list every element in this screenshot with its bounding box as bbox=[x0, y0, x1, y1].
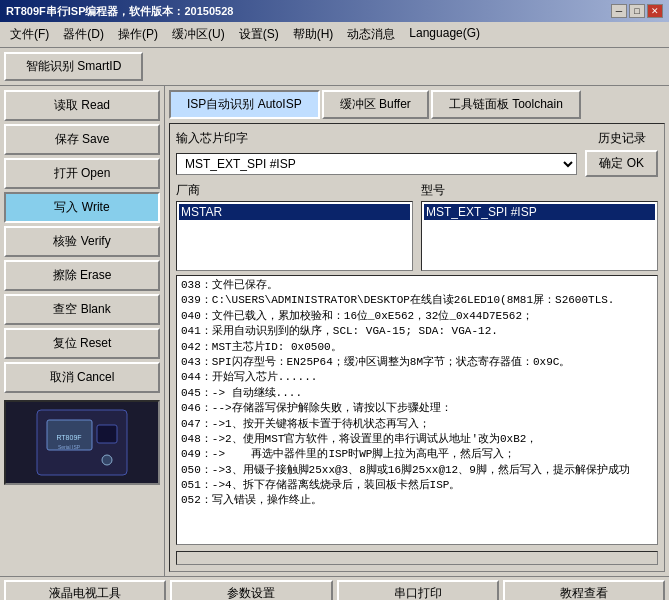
title-bar: RT809F串行ISP编程器，软件版本：20150528 ─ □ ✕ bbox=[0, 0, 669, 22]
left-panel: 读取 Read保存 Save打开 Open写入 Write核验 Verify擦除… bbox=[0, 86, 165, 576]
chip-select[interactable]: MST_EXT_SPI #ISP bbox=[176, 153, 577, 175]
side-btn-0[interactable]: 读取 Read bbox=[4, 90, 160, 121]
vendor-model-row: 厂商 MSTAR 型号 MST_EXT_SPI #ISP bbox=[176, 182, 658, 271]
vendor-box: 厂商 MSTAR bbox=[176, 182, 413, 271]
log-line: 049：-> 再选中器件里的ISP时WP脚上拉为高电平，然后写入； bbox=[181, 447, 653, 462]
chip-print-label: 输入芯片印字 bbox=[176, 130, 248, 147]
model-box: 型号 MST_EXT_SPI #ISP bbox=[421, 182, 658, 271]
history-label: 历史记录 bbox=[598, 130, 658, 147]
side-btn-8[interactable]: 取消 Cancel bbox=[4, 362, 160, 393]
log-line: 050：->3、用镊子接触脚25xx@3、8脚或16脚25xx@12、9脚，然后… bbox=[181, 463, 653, 478]
menu-item-F[interactable]: 文件(F) bbox=[4, 24, 55, 45]
log-line: 045：-> 自动继续.... bbox=[181, 386, 653, 401]
close-button[interactable]: ✕ bbox=[647, 4, 663, 18]
isp-fields: 输入芯片印字 历史记录 MST_EXT_SPI #ISP 确定 OK 厂商 bbox=[176, 130, 658, 271]
vendor-label: 厂商 bbox=[176, 182, 413, 199]
log-line: 043：SPI闪存型号：EN25P64；缓冲区调整为8M字节；状态寄存器值：0x… bbox=[181, 355, 653, 370]
vendor-item[interactable]: MSTAR bbox=[179, 204, 410, 220]
side-btn-7[interactable]: 复位 Reset bbox=[4, 328, 160, 359]
smart-id-button[interactable]: 智能识别 SmartID bbox=[4, 52, 143, 81]
tab-buffer[interactable]: 缓冲区 Buffer bbox=[322, 90, 429, 119]
model-label: 型号 bbox=[421, 182, 658, 199]
horizontal-scrollbar[interactable] bbox=[176, 551, 658, 565]
model-item[interactable]: MST_EXT_SPI #ISP bbox=[424, 204, 655, 220]
main-toolbar: 智能识别 SmartID bbox=[0, 48, 669, 86]
confirm-button[interactable]: 确定 OK bbox=[585, 150, 658, 177]
bottom-bar: 液晶电视工具参数设置串口打印教程查看 bbox=[0, 576, 669, 600]
tabs-row: ISP自动识别 AutoISP 缓冲区 Buffer 工具链面板 Toolcha… bbox=[169, 90, 665, 119]
menu-item-S[interactable]: 设置(S) bbox=[233, 24, 285, 45]
log-line: 038：文件已保存。 bbox=[181, 278, 653, 293]
tab-isp[interactable]: ISP自动识别 AutoISP bbox=[169, 90, 320, 119]
side-btn-2[interactable]: 打开 Open bbox=[4, 158, 160, 189]
title-bar-buttons: ─ □ ✕ bbox=[611, 4, 663, 18]
side-btn-6[interactable]: 查空 Blank bbox=[4, 294, 160, 325]
model-list[interactable]: MST_EXT_SPI #ISP bbox=[421, 201, 658, 271]
right-panel: ISP自动识别 AutoISP 缓冲区 Buffer 工具链面板 Toolcha… bbox=[165, 86, 669, 576]
svg-text:RT809F: RT809F bbox=[56, 434, 81, 441]
svg-rect-4 bbox=[97, 425, 117, 443]
isp-content: 输入芯片印字 历史记录 MST_EXT_SPI #ISP 确定 OK 厂商 bbox=[169, 123, 665, 572]
log-line: 052：写入错误，操作终止。 bbox=[181, 493, 653, 508]
log-line: 048：->2、使用MST官方软件，将设置里的串行调试从地址'改为0xB2， bbox=[181, 432, 653, 447]
bottom-btn-2[interactable]: 串口打印 bbox=[337, 580, 499, 600]
bottom-btn-3[interactable]: 教程查看 bbox=[503, 580, 665, 600]
chip-input-row: MST_EXT_SPI #ISP 确定 OK bbox=[176, 150, 658, 177]
vendor-list[interactable]: MSTAR bbox=[176, 201, 413, 271]
chip-label-row: 输入芯片印字 历史记录 bbox=[176, 130, 658, 147]
maximize-button[interactable]: □ bbox=[629, 4, 645, 18]
bottom-btn-0[interactable]: 液晶电视工具 bbox=[4, 580, 166, 600]
menu-item-[interactable]: 动态消息 bbox=[341, 24, 401, 45]
menu-item-LanguageG[interactable]: Language(G) bbox=[403, 24, 486, 45]
side-btn-3[interactable]: 写入 Write bbox=[4, 192, 160, 223]
log-line: 039：C:\USERS\ADMINISTRATOR\DESKTOP在线自读26… bbox=[181, 293, 653, 308]
log-line: 047：->1、按开关键将板卡置于待机状态再写入； bbox=[181, 417, 653, 432]
svg-point-5 bbox=[102, 455, 112, 465]
menu-bar: 文件(F)器件(D)操作(P)缓冲区(U)设置(S)帮助(H)动态消息Langu… bbox=[0, 22, 669, 48]
side-btn-5[interactable]: 擦除 Erase bbox=[4, 260, 160, 291]
log-line: 046：-->存储器写保护解除失败，请按以下步骤处理： bbox=[181, 401, 653, 416]
menu-item-P[interactable]: 操作(P) bbox=[112, 24, 164, 45]
bottom-btn-1[interactable]: 参数设置 bbox=[170, 580, 332, 600]
minimize-button[interactable]: ─ bbox=[611, 4, 627, 18]
menu-item-D[interactable]: 器件(D) bbox=[57, 24, 110, 45]
menu-item-U[interactable]: 缓冲区(U) bbox=[166, 24, 231, 45]
device-image: RT809F Serial ISP bbox=[4, 400, 160, 485]
log-line: 051：->4、拆下存储器离线烧录后，装回板卡然后ISP。 bbox=[181, 478, 653, 493]
content-area: 读取 Read保存 Save打开 Open写入 Write核验 Verify擦除… bbox=[0, 86, 669, 576]
log-area: 038：文件已保存。039：C:\USERS\ADMINISTRATOR\DES… bbox=[176, 275, 658, 545]
log-line: 040：文件已载入，累加校验和：16位_0xE562，32位_0x44D7E56… bbox=[181, 309, 653, 324]
side-btn-4[interactable]: 核验 Verify bbox=[4, 226, 160, 257]
side-btn-1[interactable]: 保存 Save bbox=[4, 124, 160, 155]
log-line: 042：MST主芯片ID: 0x0500。 bbox=[181, 340, 653, 355]
chip-combo-wrapper: MST_EXT_SPI #ISP bbox=[176, 153, 577, 175]
tab-toolchain[interactable]: 工具链面板 Toolchain bbox=[431, 90, 581, 119]
log-line: 044：开始写入芯片...... bbox=[181, 370, 653, 385]
svg-text:Serial ISP: Serial ISP bbox=[58, 444, 81, 450]
title-bar-text: RT809F串行ISP编程器，软件版本：20150528 bbox=[6, 4, 233, 19]
menu-item-H[interactable]: 帮助(H) bbox=[287, 24, 340, 45]
log-line: 041：采用自动识别到的纵序，SCL: VGA-15; SDA: VGA-12. bbox=[181, 324, 653, 339]
